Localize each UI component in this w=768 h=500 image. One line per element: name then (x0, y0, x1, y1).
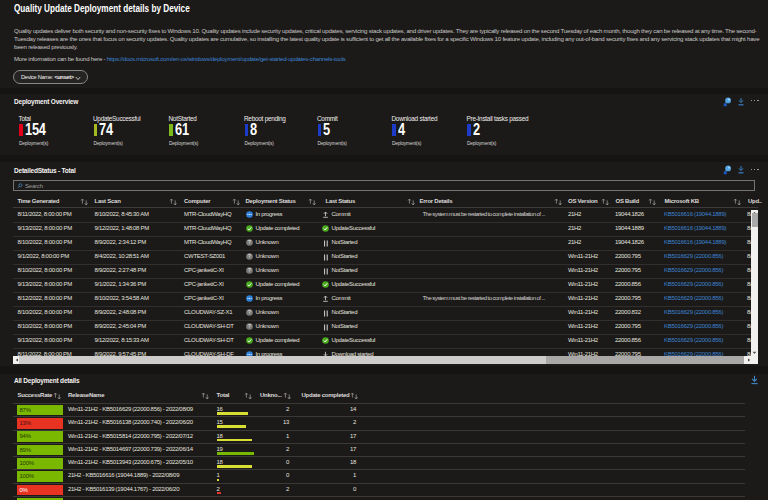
svg-text:?: ? (248, 240, 251, 246)
svg-text:?: ? (248, 254, 251, 260)
svg-text:?: ? (248, 268, 251, 274)
svg-text:?: ? (248, 324, 251, 330)
svg-text:?: ? (248, 310, 251, 316)
